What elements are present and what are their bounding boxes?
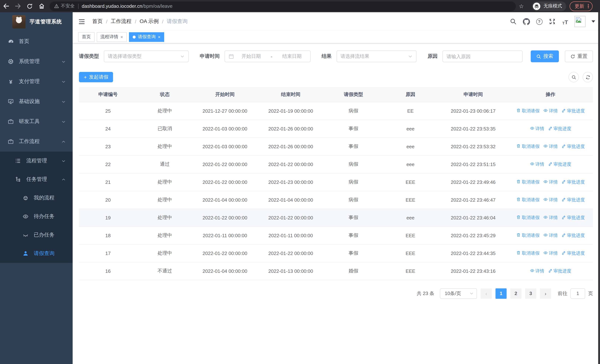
sidebar-collapse-icon[interactable] [77,18,86,26]
refresh-table-button[interactable] [582,72,593,82]
github-icon[interactable] [523,18,530,25]
detail-action-link[interactable]: 详情 [543,232,558,239]
sidebar-item-研发工具[interactable]: 研发工具 [0,112,73,131]
cell-end: 2022-01-19 00:00:00 [257,102,324,120]
cell-end: 2022-01-22 00:00:00 [257,209,324,226]
broken-image-icon [576,17,581,23]
progress-action-link[interactable]: 审批进度 [562,250,585,256]
detail-action-link[interactable]: 详情 [530,268,544,274]
page-button-3[interactable]: 3 [525,288,536,299]
browser-update-button[interactable]: 更新 [570,1,593,11]
goto-page-input[interactable] [570,288,585,299]
search-button[interactable]: 搜索 [531,50,559,62]
progress-action-link[interactable]: 审批进度 [562,215,585,221]
detail-action-link[interactable]: 详情 [543,179,558,185]
cell-start: 2022-01-04 00:00:00 [193,262,257,280]
bookmark-star-icon[interactable]: ☆ [519,3,524,9]
cell-reason: EEE [383,262,438,280]
progress-action-link[interactable]: 审批进度 [548,161,571,167]
font-size-icon[interactable]: TT [562,18,569,25]
cancel-action-link[interactable]: 取消请假 [516,179,540,185]
user-avatar[interactable] [574,16,586,27]
cell-id: 19 [79,209,137,226]
edit-icon [562,144,566,149]
detail-action-link[interactable]: 详情 [543,215,558,221]
cancel-action-link[interactable]: 取消请假 [516,197,540,203]
url-bar[interactable]: 不安全 dashboard.yudao.iocoder.cn/bpm/oa/le… [50,1,516,11]
tab-首页[interactable]: 首页 [78,32,94,42]
sidebar-item-支付管理[interactable]: ¥支付管理 [0,72,73,92]
cancel-action-link[interactable]: 取消请假 [516,143,540,149]
sidebar-item-工作流程[interactable]: 工作流程 [0,131,73,152]
sidebar-item-已办任务[interactable]: 已办任务 [0,226,73,244]
detail-action-link[interactable]: 详情 [530,161,544,167]
progress-action-link[interactable]: 审批进度 [562,179,585,185]
reset-button[interactable]: 重置 [565,50,593,62]
page-button-2[interactable]: 2 [510,288,521,299]
header-search-icon[interactable] [510,18,517,25]
cancel-action-link[interactable]: 取消请假 [516,250,540,256]
sidebar-item-基础设施[interactable]: 基础设施 [0,92,73,112]
tab-流程详情[interactable]: 流程详情× [97,32,127,42]
show-search-toggle-button[interactable] [569,72,579,82]
browser-menu-icon[interactable] [588,4,589,8]
plus-icon: + [84,75,87,80]
edit-icon [548,268,552,274]
eye-icon [543,179,548,185]
close-icon[interactable]: × [158,35,160,39]
app-logo-row[interactable]: 芋道管理系统 [0,12,73,31]
sidebar-item-我的流程[interactable]: 我的流程 [0,189,73,207]
progress-action-link[interactable]: 审批进度 [562,143,585,149]
sidebar-item-流程管理[interactable]: 流程管理 [0,152,73,170]
help-icon[interactable]: ? [535,18,543,25]
forward-icon[interactable] [12,0,24,12]
progress-action-link[interactable]: 审批进度 [562,197,585,203]
leave-type-select[interactable]: 请选择请假类型 [104,50,189,62]
create-leave-button[interactable]: + 发起请假 [79,72,113,82]
result-select[interactable]: 请选择流结果 [336,50,416,62]
page-button-1[interactable]: 1 [496,288,506,299]
not-secure-badge[interactable]: 不安全 [54,3,75,9]
breadcrumb-item[interactable]: OA 示例 [140,18,159,25]
window-scrollbar[interactable] [598,12,600,364]
leave-table: 申请编号状态开始时间结束时间请假类型原因申请时间操作 25处理中2021-12-… [79,87,593,280]
fullscreen-icon[interactable] [548,18,556,25]
reason-input[interactable] [447,54,518,59]
sidebar-item-label: 研发工具 [19,118,40,125]
detail-action-link[interactable]: 详情 [543,197,558,203]
detail-action-link[interactable]: 详情 [543,250,558,256]
avatar-dropdown-icon[interactable] [591,20,595,23]
reload-icon[interactable] [24,0,36,12]
tab-请假查询[interactable]: 请假查询× [129,32,164,42]
sidebar-item-系统管理[interactable]: 系统管理 [0,52,73,72]
sidebar-item-首页[interactable]: 首页 [0,31,73,52]
cell-id: 16 [79,262,137,280]
dashboard-icon [7,38,14,45]
sidebar-item-待办任务[interactable]: 待办任务 [0,207,73,226]
cell-apply: 2022-01-22 23:46:47 [438,191,508,209]
detail-action-link[interactable]: 详情 [543,108,558,114]
sidebar-item-任务管理[interactable]: 任务管理 [0,170,73,189]
progress-action-link[interactable]: 审批进度 [562,108,585,114]
prev-page-button[interactable]: ‹ [481,288,492,299]
sidebar-item-label: 已办任务 [34,232,55,238]
sidebar-item-请假查询[interactable]: 请假查询 [0,244,73,263]
close-icon[interactable]: × [121,35,123,39]
progress-action-link[interactable]: 审批进度 [548,268,571,274]
breadcrumb-item[interactable]: 工作流程 [111,18,131,25]
cancel-action-link[interactable]: 取消请假 [516,215,540,221]
page-size-select[interactable]: 10条/页 [440,288,477,299]
apply-time-range-picker[interactable]: 开始日期 - 结束日期 [225,50,310,62]
back-icon[interactable] [0,0,12,12]
home-icon[interactable] [36,0,47,12]
progress-action-link[interactable]: 审批进度 [548,125,571,132]
detail-action-link[interactable]: 详情 [530,125,544,132]
next-page-button[interactable]: › [540,288,551,299]
cell-start: 2022-01-22 00:00:00 [193,173,257,191]
breadcrumb-item[interactable]: 首页 [92,18,103,25]
detail-action-link[interactable]: 详情 [543,143,558,149]
cancel-action-link[interactable]: 取消请假 [516,108,540,114]
cancel-action-link[interactable]: 取消请假 [516,232,540,239]
tags-view: 首页流程详情×请假查询× [73,31,600,43]
progress-action-link[interactable]: 审批进度 [562,232,585,239]
